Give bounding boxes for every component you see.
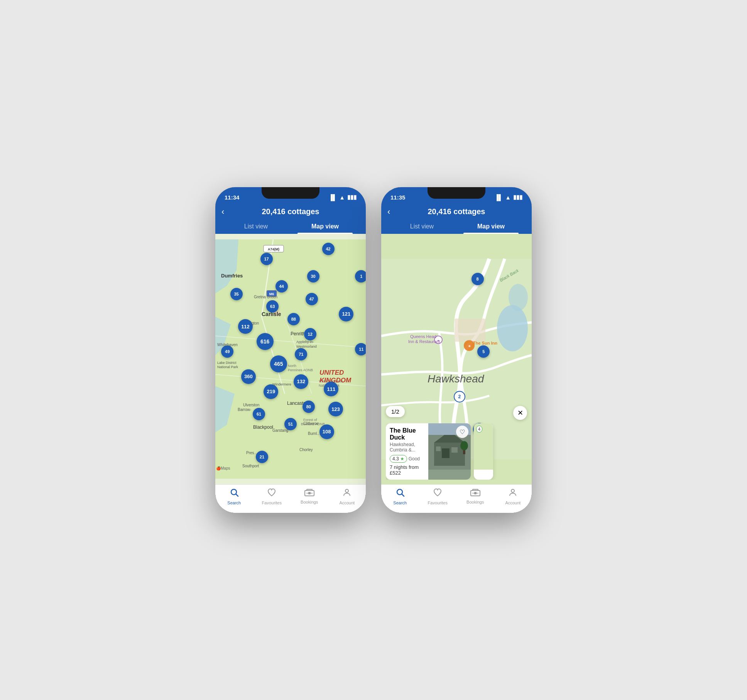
tab-bookings-right[interactable]: Bookings bbox=[456, 488, 494, 505]
pin-111[interactable]: 111 bbox=[324, 382, 338, 396]
status-icons-left: ▐▌ ▲ ▮▮▮ bbox=[329, 194, 357, 201]
tab-map-view-left[interactable]: Map view bbox=[291, 219, 360, 234]
pin-49[interactable]: 49 bbox=[221, 345, 233, 358]
tab-list-view-right[interactable]: List view bbox=[387, 219, 456, 234]
pin-80[interactable]: 80 bbox=[303, 401, 315, 413]
map-detail[interactable]: Black Back Hawkshead ● Queens Head Inn &… bbox=[381, 234, 532, 484]
status-time-left: 11:34 bbox=[225, 194, 239, 201]
svg-text:Southport: Southport bbox=[242, 464, 259, 468]
listing-card-1[interactable]: The Blue Duck Hawkshead, Cumbria &... 4.… bbox=[386, 423, 471, 480]
pin-47[interactable]: 47 bbox=[306, 293, 318, 305]
pin-121[interactable]: 121 bbox=[339, 307, 353, 321]
svg-rect-65 bbox=[436, 446, 441, 451]
pin-112[interactable]: 112 bbox=[238, 319, 253, 334]
pin-108[interactable]: 108 bbox=[319, 424, 334, 439]
app-header-right: ‹ 20,416 cottages List view Map view bbox=[381, 204, 532, 234]
svg-rect-73 bbox=[474, 492, 477, 494]
svg-text:Dumfries: Dumfries bbox=[221, 273, 243, 279]
svg-text:Chorley: Chorley bbox=[299, 448, 313, 452]
star-icon-1: ★ bbox=[400, 456, 404, 462]
search-icon-left bbox=[230, 488, 239, 499]
pin-30[interactable]: 30 bbox=[307, 270, 319, 282]
tab-favourites-label-left: Favourites bbox=[262, 500, 282, 505]
tab-search-right[interactable]: Search bbox=[381, 488, 419, 505]
pin-partial-2[interactable]: 11 bbox=[355, 343, 366, 355]
pin-465[interactable]: 465 bbox=[270, 355, 287, 372]
pin-5[interactable]: 5 bbox=[477, 345, 490, 358]
svg-text:🍎Maps: 🍎Maps bbox=[216, 466, 230, 471]
svg-text:Burnl…: Burnl… bbox=[308, 431, 321, 436]
svg-rect-63 bbox=[442, 448, 450, 458]
svg-text:☀: ☀ bbox=[468, 345, 471, 348]
pin-8[interactable]: 8 bbox=[472, 273, 484, 285]
page-title-left: 20,416 cottages bbox=[262, 207, 319, 216]
status-icons-right: ▐▌ ▲ ▮▮▮ bbox=[495, 194, 522, 201]
account-icon-left bbox=[342, 488, 352, 499]
pin-71[interactable]: 71 bbox=[295, 348, 307, 360]
pin-12[interactable]: 12 bbox=[304, 328, 316, 340]
listing-cards: The Blue Duck Hawkshead, Cumbria &... 4.… bbox=[386, 423, 527, 480]
tab-map-view-right[interactable]: Map view bbox=[456, 219, 526, 234]
card-info-1: The Blue Duck Hawkshead, Cumbria &... 4.… bbox=[386, 423, 428, 480]
svg-text:Penrith: Penrith bbox=[291, 331, 305, 336]
tab-bookings-left[interactable]: Bookings bbox=[291, 488, 328, 505]
svg-text:The Sun Inn: The Sun Inn bbox=[473, 341, 497, 345]
pin-51[interactable]: 51 bbox=[284, 418, 297, 430]
pin-123[interactable]: 123 bbox=[328, 402, 343, 416]
svg-text:Garstang: Garstang bbox=[272, 428, 288, 433]
svg-text:UNITED: UNITED bbox=[319, 369, 344, 376]
pin-132[interactable]: 132 bbox=[294, 374, 308, 389]
pin-21[interactable]: 21 bbox=[256, 451, 268, 463]
tab-account-right[interactable]: Account bbox=[494, 488, 532, 505]
svg-text:KINGDOM: KINGDOM bbox=[319, 377, 352, 384]
pin-35[interactable]: 35 bbox=[230, 288, 243, 300]
svg-point-49 bbox=[509, 284, 528, 311]
tab-favourites-left[interactable]: Favourites bbox=[253, 488, 291, 505]
tab-search-left[interactable]: Search bbox=[215, 488, 253, 505]
svg-text:Appleby-in-: Appleby-in- bbox=[296, 340, 314, 344]
rating-value-1: 4.3 bbox=[392, 456, 399, 462]
pin-2[interactable]: 2 bbox=[454, 391, 465, 402]
svg-text:Lake District: Lake District bbox=[217, 361, 237, 365]
pin-219[interactable]: 219 bbox=[264, 384, 278, 399]
svg-line-42 bbox=[236, 494, 238, 497]
svg-text:North: North bbox=[288, 364, 296, 368]
heart-icon-left bbox=[267, 488, 276, 499]
screen-left: 11:34 ▐▌ ▲ ▮▮▮ ‹ 20,416 cottages List vi… bbox=[215, 187, 366, 513]
tab-favourites-label-right: Favourites bbox=[428, 500, 448, 505]
pin-partial-1[interactable]: 1 bbox=[355, 270, 366, 282]
pin-44[interactable]: 44 bbox=[275, 280, 288, 293]
tab-list-view-left[interactable]: List view bbox=[221, 219, 291, 234]
pin-63[interactable]: 63 bbox=[266, 300, 279, 313]
view-tabs-left: List view Map view bbox=[221, 219, 360, 234]
favourite-button-1[interactable]: ♡ bbox=[456, 426, 468, 438]
svg-point-68 bbox=[460, 441, 468, 450]
back-button-left[interactable]: ‹ bbox=[221, 207, 224, 217]
map-svg-left: A74(M) M6 Dumfries Carlisle Gretna Green… bbox=[215, 234, 366, 484]
tab-account-left[interactable]: Account bbox=[328, 488, 366, 505]
notch-left bbox=[262, 187, 319, 199]
svg-rect-50 bbox=[455, 319, 485, 342]
wifi-icon-right: ▲ bbox=[505, 194, 511, 201]
pin-61[interactable]: 61 bbox=[253, 408, 265, 420]
pagination-badge: 1/2 bbox=[386, 406, 405, 417]
svg-point-46 bbox=[345, 489, 348, 492]
pin-360[interactable]: 360 bbox=[241, 369, 256, 384]
notch-right bbox=[428, 187, 485, 199]
svg-text:Hawkshead: Hawkshead bbox=[428, 373, 485, 385]
listing-card-2-partial[interactable]: 4 bbox=[474, 423, 493, 480]
pin-88[interactable]: 88 bbox=[287, 313, 300, 325]
tab-account-label-left: Account bbox=[339, 500, 355, 505]
account-icon-right bbox=[508, 488, 517, 499]
svg-text:Clitheroe: Clitheroe bbox=[303, 421, 319, 426]
card-title-1: The Blue Duck bbox=[390, 427, 424, 441]
back-button-right[interactable]: ‹ bbox=[387, 207, 390, 217]
map-overview[interactable]: A74(M) M6 Dumfries Carlisle Gretna Green… bbox=[215, 234, 366, 484]
tab-account-label-right: Account bbox=[505, 500, 521, 505]
pin-616[interactable]: 616 bbox=[257, 333, 274, 350]
pin-42[interactable]: 42 bbox=[322, 243, 335, 255]
card-panel: 1/2 ✕ The Blue Duck Hawkshead, Cumbria &… bbox=[381, 403, 532, 484]
close-button[interactable]: ✕ bbox=[513, 406, 527, 420]
tab-favourites-right[interactable]: Favourites bbox=[419, 488, 457, 505]
pin-17[interactable]: 17 bbox=[260, 253, 273, 265]
